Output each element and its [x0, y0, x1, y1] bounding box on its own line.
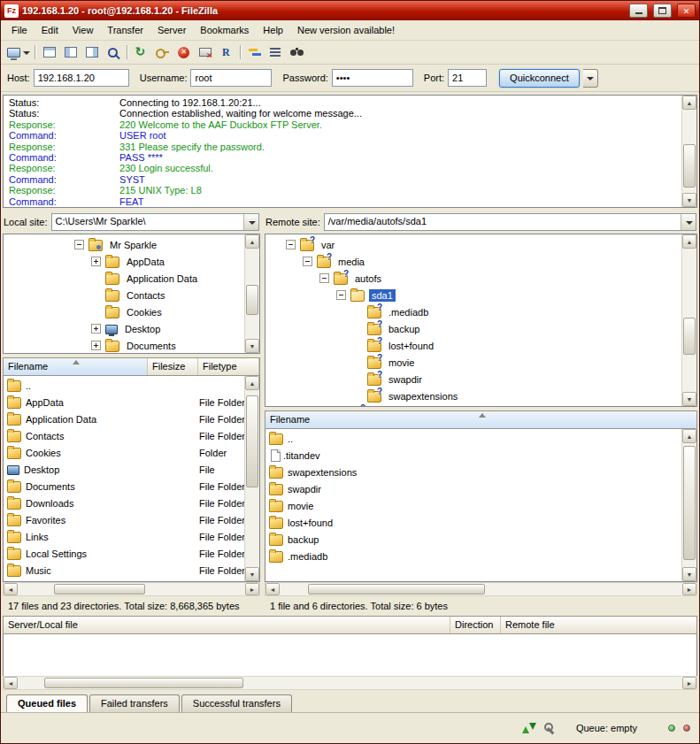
scroll-left-button[interactable] — [4, 583, 18, 595]
process-queue-button[interactable] — [152, 42, 173, 62]
password-input[interactable] — [332, 69, 413, 87]
column-header-server-local-file[interactable]: Server/Local file — [4, 617, 450, 633]
tree-expander[interactable] — [74, 240, 84, 249]
scrollbar-track[interactable] — [280, 583, 682, 595]
scrollbar-track[interactable] — [682, 110, 696, 193]
scrollbar-thumb[interactable] — [44, 678, 243, 688]
menu-item[interactable]: File — [4, 22, 35, 38]
tree-expander[interactable] — [353, 324, 363, 334]
file-row[interactable]: backup — [265, 531, 696, 548]
tab-successful-transfers[interactable]: Successful transfers — [181, 694, 292, 712]
scrollbar-thumb[interactable] — [308, 584, 485, 594]
file-row[interactable]: movie — [265, 497, 696, 514]
file-row[interactable]: Desktop File — [4, 461, 259, 478]
tree-expander[interactable] — [91, 307, 101, 317]
tree-expander[interactable] — [353, 391, 363, 401]
tree-expander[interactable] — [91, 290, 101, 300]
file-row[interactable]: Favorites File Folder — [4, 511, 259, 528]
tab-queued-files[interactable]: Queued files — [6, 694, 88, 712]
scroll-down-button[interactable] — [682, 392, 696, 406]
scrollbar-thumb[interactable] — [683, 318, 696, 355]
file-row[interactable]: Application Data File Folder — [4, 410, 259, 427]
queue-hscrollbar[interactable] — [3, 676, 697, 690]
file-row[interactable]: lost+found — [265, 514, 696, 531]
directory-comparison-button[interactable] — [244, 42, 265, 62]
titlebar[interactable]: 192.168.1.20 - root@192.168.1.20 - FileZ… — [1, 1, 699, 20]
tree-item[interactable]: autofs — [265, 270, 696, 287]
scroll-up-button[interactable] — [245, 376, 259, 390]
tree-expander[interactable] — [353, 341, 363, 350]
tree-item[interactable]: var — [265, 236, 696, 253]
tree-item[interactable]: Cookies — [4, 303, 259, 320]
file-row[interactable]: .mediadb — [265, 548, 696, 564]
reconnect-button[interactable] — [216, 42, 236, 62]
log-scrollbar[interactable] — [681, 96, 696, 207]
scrollbar-track[interactable] — [18, 583, 245, 595]
tree-item[interactable]: movie — [265, 354, 696, 371]
scrollbar-thumb[interactable] — [54, 584, 145, 594]
statusbar-icon[interactable] — [544, 723, 556, 734]
tree-item[interactable]: sda1 — [265, 287, 696, 303]
disconnect-button[interactable] — [195, 42, 215, 62]
column-header-direction[interactable]: Direction — [450, 617, 501, 633]
tree-item[interactable]: backup — [265, 320, 696, 337]
tree-item[interactable]: media — [265, 253, 696, 270]
file-row[interactable]: swapextensions — [265, 464, 696, 480]
tree-item[interactable]: Desktop — [4, 320, 259, 337]
toggle-message-log-button[interactable] — [39, 42, 59, 62]
menu-item[interactable]: Help — [256, 22, 290, 38]
tree-expander[interactable] — [303, 257, 312, 266]
column-header-filename[interactable]: Filename — [265, 411, 696, 428]
menu-item[interactable]: View — [65, 22, 101, 38]
scrollbar-track[interactable] — [245, 390, 259, 567]
scroll-down-button[interactable] — [682, 193, 696, 207]
tree-expander[interactable] — [353, 374, 363, 384]
file-row[interactable]: Downloads File Folder — [4, 495, 259, 511]
refresh-button[interactable] — [131, 42, 151, 62]
queue-list[interactable] — [3, 634, 697, 676]
column-header-filetype[interactable]: Filetype — [198, 358, 259, 375]
tree-item[interactable]: swapextensions — [265, 387, 696, 404]
scroll-left-button[interactable] — [4, 677, 18, 689]
tree-item[interactable]: Application Data — [4, 270, 259, 287]
file-row[interactable]: AppData File Folder — [4, 394, 259, 410]
file-row[interactable]: Music File Folder — [4, 562, 259, 579]
tree-item[interactable]: AppData — [4, 253, 259, 270]
tree-expander[interactable] — [286, 240, 296, 249]
speed-limits-icon[interactable] — [522, 723, 536, 733]
minimize-button[interactable] — [629, 4, 648, 18]
scroll-right-button[interactable] — [682, 677, 696, 689]
scroll-up-button[interactable] — [245, 234, 259, 249]
tree-expander[interactable] — [91, 324, 101, 334]
tree-item[interactable]: Documents — [4, 337, 259, 354]
tree-item[interactable]: swapdir — [265, 371, 696, 387]
tab-failed-transfers[interactable]: Failed transfers — [89, 694, 180, 712]
menu-item[interactable]: Server — [150, 22, 193, 38]
file-row[interactable]: .titandev — [265, 447, 696, 464]
tree-item[interactable]: dvd — [265, 404, 696, 407]
column-header-filename[interactable]: Filename — [4, 358, 148, 375]
cancel-button[interactable] — [173, 42, 194, 62]
tree-expander[interactable] — [336, 290, 346, 300]
scrollbar-track[interactable] — [18, 677, 682, 689]
toggle-queue-button[interactable] — [103, 42, 123, 62]
column-header-remote-file[interactable]: Remote file — [501, 617, 696, 633]
tree-item[interactable]: Mr Sparkle — [4, 236, 259, 253]
scroll-down-button[interactable] — [682, 567, 696, 581]
tree-expander[interactable] — [91, 257, 101, 266]
file-row[interactable]: Contacts File Folder — [4, 427, 259, 444]
scroll-up-button[interactable] — [682, 96, 696, 110]
scroll-down-button[interactable] — [245, 339, 259, 353]
synchronized-browsing-button[interactable] — [265, 42, 286, 62]
scrollbar-thumb[interactable] — [246, 285, 258, 316]
scroll-down-button[interactable] — [245, 567, 259, 581]
quickconnect-dropdown-button[interactable] — [583, 69, 598, 88]
scroll-left-button[interactable] — [265, 583, 280, 595]
tree-item[interactable]: Contacts — [4, 287, 259, 303]
scrollbar-thumb[interactable] — [683, 446, 696, 560]
menu-item[interactable]: Transfer — [100, 22, 150, 38]
remote-site-dropdown-button[interactable] — [681, 214, 696, 230]
host-input[interactable] — [34, 69, 129, 87]
menu-item[interactable]: Bookmarks — [193, 22, 256, 38]
tree-expander[interactable] — [353, 307, 363, 317]
